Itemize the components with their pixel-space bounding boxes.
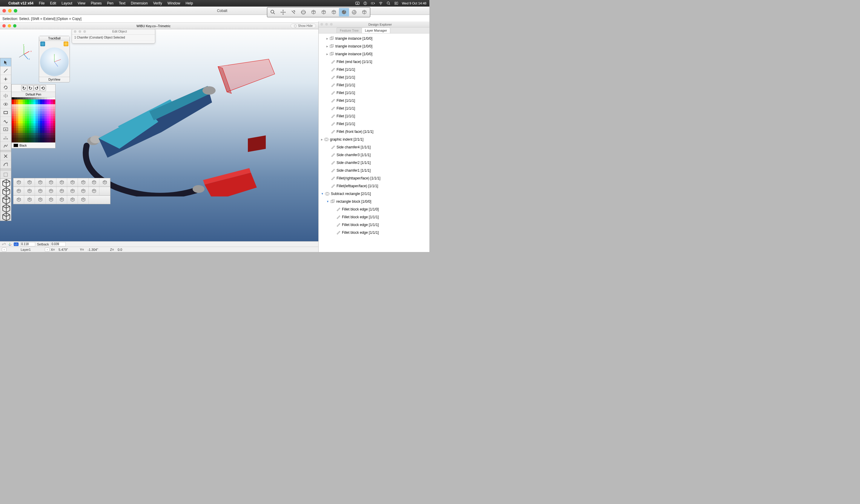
feature-tree[interactable]: ▶triangle instance [1/0/0]▶triangle inst… [319, 33, 429, 252]
color-swatch[interactable] [42, 118, 44, 121]
color-swatch[interactable] [20, 140, 23, 142]
color-swatch[interactable] [44, 123, 46, 126]
color-swatch[interactable] [23, 135, 25, 138]
color-swatch[interactable] [40, 121, 42, 123]
color-swatch[interactable] [40, 106, 42, 109]
rotate-free-icon[interactable]: ⟲ [40, 85, 46, 91]
color-swatch[interactable] [20, 126, 23, 128]
color-swatch[interactable] [51, 102, 53, 104]
iso-view-button[interactable] [309, 8, 319, 16]
color-swatch[interactable] [25, 118, 27, 121]
color-swatch[interactable] [38, 118, 40, 121]
color-swatch[interactable] [38, 109, 40, 111]
menu-verify[interactable]: Verify [153, 1, 162, 5]
color-swatch[interactable] [31, 121, 33, 123]
menu-planes[interactable]: Planes [91, 1, 102, 5]
color-swatch[interactable] [14, 130, 16, 133]
color-swatch[interactable] [20, 118, 23, 121]
color-swatch[interactable] [49, 111, 51, 114]
color-swatch[interactable] [14, 135, 16, 138]
color-swatch[interactable] [27, 121, 29, 123]
menu-dimension[interactable]: Dimension [131, 1, 148, 5]
color-swatch[interactable] [42, 123, 44, 126]
wifi-icon[interactable] [379, 1, 383, 5]
color-swatch[interactable] [25, 135, 27, 138]
color-swatch[interactable] [29, 116, 31, 118]
tree-node[interactable]: Fillet block edge [1/1/0] [319, 205, 429, 213]
color-swatch[interactable] [27, 118, 29, 121]
tab-feature-tree[interactable]: Feature Tree [336, 27, 362, 33]
color-swatch[interactable] [12, 135, 14, 138]
color-swatch[interactable] [18, 114, 20, 116]
color-swatch[interactable] [27, 130, 29, 133]
gray-swatch[interactable] [42, 97, 44, 99]
menu-file[interactable]: File [39, 1, 44, 5]
color-swatch[interactable] [14, 102, 16, 104]
color-swatch[interactable] [25, 128, 27, 130]
color-swatch[interactable] [38, 133, 40, 135]
color-swatch[interactable] [23, 106, 25, 109]
color-swatch[interactable] [25, 114, 27, 116]
color-swatch[interactable] [20, 104, 23, 106]
color-swatch[interactable] [16, 99, 18, 102]
color-swatch[interactable] [33, 114, 35, 116]
color-swatch[interactable] [31, 118, 33, 121]
color-swatch[interactable] [42, 128, 44, 130]
color-swatch[interactable] [53, 102, 55, 104]
color-swatch[interactable] [16, 121, 18, 123]
color-swatch[interactable] [12, 121, 14, 123]
color-swatch[interactable] [31, 114, 33, 116]
blend2-tool[interactable] [13, 196, 24, 204]
color-swatch[interactable] [25, 121, 27, 123]
color-swatch[interactable] [33, 126, 35, 128]
color-swatch[interactable] [35, 106, 38, 109]
color-swatch[interactable] [31, 102, 33, 104]
color-swatch[interactable] [35, 130, 38, 133]
color-swatch[interactable] [38, 135, 40, 138]
color-swatch[interactable] [51, 116, 53, 118]
color-swatch[interactable] [33, 111, 35, 114]
axis-icon[interactable] [8, 242, 12, 246]
color-swatch[interactable] [51, 140, 53, 142]
axis-gizmo[interactable]: x y z [15, 42, 33, 60]
color-swatch[interactable] [46, 116, 49, 118]
color-swatch[interactable] [27, 135, 29, 138]
color-swatch[interactable] [20, 121, 23, 123]
color-swatch[interactable] [25, 106, 27, 109]
color-swatch[interactable] [40, 140, 42, 142]
color-swatch[interactable] [46, 111, 49, 114]
color-swatch[interactable] [44, 135, 46, 138]
doc-close-button[interactable] [2, 24, 6, 27]
color-swatch[interactable] [31, 126, 33, 128]
color-swatch[interactable] [35, 104, 38, 106]
color-swatch[interactable] [18, 121, 20, 123]
tree-node[interactable]: Fillet block edge [1/1/1] [319, 213, 429, 221]
menu-help[interactable]: Help [185, 1, 193, 5]
color-swatch[interactable] [25, 126, 27, 128]
color-swatch[interactable] [42, 109, 44, 111]
gray-swatches[interactable] [12, 97, 55, 99]
color-swatch[interactable] [40, 138, 42, 140]
color-swatch[interactable] [44, 138, 46, 140]
color-swatch[interactable] [16, 106, 18, 109]
color-swatch[interactable] [25, 138, 27, 140]
color-swatch[interactable] [49, 106, 51, 109]
show-hide-toggle[interactable]: Show-Hide [290, 24, 316, 28]
color-swatch[interactable] [23, 140, 25, 142]
color-swatch[interactable] [25, 130, 27, 133]
color-swatch[interactable] [40, 123, 42, 126]
color-swatch[interactable] [31, 133, 33, 135]
color-swatch[interactable] [42, 99, 44, 102]
color-swatch[interactable] [53, 109, 55, 111]
color-swatch[interactable] [35, 116, 38, 118]
color-swatch[interactable] [49, 121, 51, 123]
color-swatch[interactable] [44, 106, 46, 109]
color-swatch[interactable] [29, 140, 31, 142]
color-swatch[interactable] [51, 121, 53, 123]
color-swatch[interactable] [53, 121, 55, 123]
gray-swatch[interactable] [31, 97, 33, 99]
ex-zoom[interactable] [330, 23, 333, 26]
color-swatch[interactable] [46, 118, 49, 121]
color-swatch[interactable] [27, 123, 29, 126]
color-swatch[interactable] [51, 123, 53, 126]
